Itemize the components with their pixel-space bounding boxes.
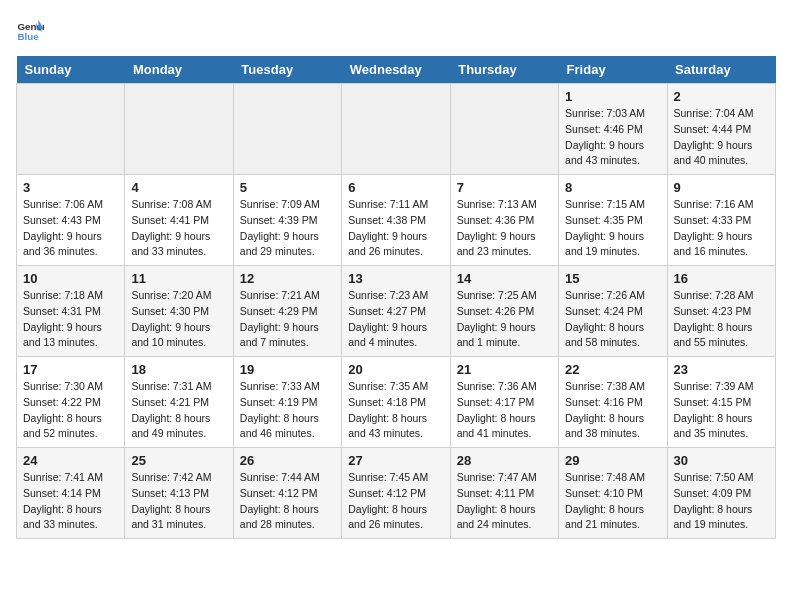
col-thursday: Thursday	[450, 56, 558, 84]
day-number: 18	[131, 362, 226, 377]
calendar-cell: 17Sunrise: 7:30 AMSunset: 4:22 PMDayligh…	[17, 357, 125, 448]
day-info: Sunrise: 7:30 AMSunset: 4:22 PMDaylight:…	[23, 379, 118, 442]
sunset-text: Sunset: 4:13 PM	[131, 486, 226, 502]
day-info: Sunrise: 7:38 AMSunset: 4:16 PMDaylight:…	[565, 379, 660, 442]
sunrise-text: Sunrise: 7:47 AM	[457, 470, 552, 486]
daylight-text: Daylight: 9 hours and 13 minutes.	[23, 320, 118, 352]
col-wednesday: Wednesday	[342, 56, 450, 84]
sunrise-text: Sunrise: 7:28 AM	[674, 288, 769, 304]
day-number: 17	[23, 362, 118, 377]
calendar-cell: 20Sunrise: 7:35 AMSunset: 4:18 PMDayligh…	[342, 357, 450, 448]
day-info: Sunrise: 7:35 AMSunset: 4:18 PMDaylight:…	[348, 379, 443, 442]
sunrise-text: Sunrise: 7:08 AM	[131, 197, 226, 213]
calendar-cell	[17, 84, 125, 175]
sunset-text: Sunset: 4:12 PM	[240, 486, 335, 502]
day-info: Sunrise: 7:04 AMSunset: 4:44 PMDaylight:…	[674, 106, 769, 169]
calendar-cell: 18Sunrise: 7:31 AMSunset: 4:21 PMDayligh…	[125, 357, 233, 448]
day-number: 2	[674, 89, 769, 104]
day-info: Sunrise: 7:03 AMSunset: 4:46 PMDaylight:…	[565, 106, 660, 169]
day-number: 13	[348, 271, 443, 286]
day-number: 5	[240, 180, 335, 195]
calendar-cell: 3Sunrise: 7:06 AMSunset: 4:43 PMDaylight…	[17, 175, 125, 266]
calendar-cell	[342, 84, 450, 175]
day-number: 14	[457, 271, 552, 286]
calendar-week-2: 3Sunrise: 7:06 AMSunset: 4:43 PMDaylight…	[17, 175, 776, 266]
calendar-cell: 10Sunrise: 7:18 AMSunset: 4:31 PMDayligh…	[17, 266, 125, 357]
sunrise-text: Sunrise: 7:33 AM	[240, 379, 335, 395]
daylight-text: Daylight: 9 hours and 33 minutes.	[131, 229, 226, 261]
calendar-cell: 16Sunrise: 7:28 AMSunset: 4:23 PMDayligh…	[667, 266, 775, 357]
day-info: Sunrise: 7:16 AMSunset: 4:33 PMDaylight:…	[674, 197, 769, 260]
calendar-cell: 9Sunrise: 7:16 AMSunset: 4:33 PMDaylight…	[667, 175, 775, 266]
sunset-text: Sunset: 4:39 PM	[240, 213, 335, 229]
daylight-text: Daylight: 9 hours and 16 minutes.	[674, 229, 769, 261]
calendar-week-3: 10Sunrise: 7:18 AMSunset: 4:31 PMDayligh…	[17, 266, 776, 357]
daylight-text: Daylight: 9 hours and 36 minutes.	[23, 229, 118, 261]
sunset-text: Sunset: 4:16 PM	[565, 395, 660, 411]
day-info: Sunrise: 7:13 AMSunset: 4:36 PMDaylight:…	[457, 197, 552, 260]
sunset-text: Sunset: 4:10 PM	[565, 486, 660, 502]
sunrise-text: Sunrise: 7:50 AM	[674, 470, 769, 486]
daylight-text: Daylight: 9 hours and 23 minutes.	[457, 229, 552, 261]
day-number: 26	[240, 453, 335, 468]
day-info: Sunrise: 7:25 AMSunset: 4:26 PMDaylight:…	[457, 288, 552, 351]
sunrise-text: Sunrise: 7:21 AM	[240, 288, 335, 304]
day-number: 8	[565, 180, 660, 195]
day-info: Sunrise: 7:48 AMSunset: 4:10 PMDaylight:…	[565, 470, 660, 533]
sunset-text: Sunset: 4:29 PM	[240, 304, 335, 320]
calendar-cell: 19Sunrise: 7:33 AMSunset: 4:19 PMDayligh…	[233, 357, 341, 448]
sunset-text: Sunset: 4:26 PM	[457, 304, 552, 320]
day-info: Sunrise: 7:39 AMSunset: 4:15 PMDaylight:…	[674, 379, 769, 442]
calendar-body: 1Sunrise: 7:03 AMSunset: 4:46 PMDaylight…	[17, 84, 776, 539]
calendar-cell: 30Sunrise: 7:50 AMSunset: 4:09 PMDayligh…	[667, 448, 775, 539]
daylight-text: Daylight: 9 hours and 7 minutes.	[240, 320, 335, 352]
logo: General Blue	[16, 16, 48, 44]
daylight-text: Daylight: 8 hours and 58 minutes.	[565, 320, 660, 352]
sunset-text: Sunset: 4:15 PM	[674, 395, 769, 411]
day-number: 6	[348, 180, 443, 195]
daylight-text: Daylight: 9 hours and 10 minutes.	[131, 320, 226, 352]
sunrise-text: Sunrise: 7:31 AM	[131, 379, 226, 395]
calendar-cell	[450, 84, 558, 175]
sunrise-text: Sunrise: 7:44 AM	[240, 470, 335, 486]
daylight-text: Daylight: 8 hours and 52 minutes.	[23, 411, 118, 443]
col-saturday: Saturday	[667, 56, 775, 84]
sunset-text: Sunset: 4:12 PM	[348, 486, 443, 502]
col-tuesday: Tuesday	[233, 56, 341, 84]
calendar-cell: 1Sunrise: 7:03 AMSunset: 4:46 PMDaylight…	[559, 84, 667, 175]
calendar-cell: 11Sunrise: 7:20 AMSunset: 4:30 PMDayligh…	[125, 266, 233, 357]
sunset-text: Sunset: 4:33 PM	[674, 213, 769, 229]
sunrise-text: Sunrise: 7:30 AM	[23, 379, 118, 395]
day-info: Sunrise: 7:28 AMSunset: 4:23 PMDaylight:…	[674, 288, 769, 351]
daylight-text: Daylight: 9 hours and 26 minutes.	[348, 229, 443, 261]
calendar-header: Sunday Monday Tuesday Wednesday Thursday…	[17, 56, 776, 84]
day-number: 7	[457, 180, 552, 195]
day-number: 1	[565, 89, 660, 104]
calendar-cell: 25Sunrise: 7:42 AMSunset: 4:13 PMDayligh…	[125, 448, 233, 539]
daylight-text: Daylight: 8 hours and 38 minutes.	[565, 411, 660, 443]
daylight-text: Daylight: 8 hours and 49 minutes.	[131, 411, 226, 443]
header-row: Sunday Monday Tuesday Wednesday Thursday…	[17, 56, 776, 84]
day-number: 16	[674, 271, 769, 286]
sunrise-text: Sunrise: 7:23 AM	[348, 288, 443, 304]
day-info: Sunrise: 7:44 AMSunset: 4:12 PMDaylight:…	[240, 470, 335, 533]
calendar-week-1: 1Sunrise: 7:03 AMSunset: 4:46 PMDaylight…	[17, 84, 776, 175]
calendar-cell: 13Sunrise: 7:23 AMSunset: 4:27 PMDayligh…	[342, 266, 450, 357]
sunrise-text: Sunrise: 7:48 AM	[565, 470, 660, 486]
sunset-text: Sunset: 4:22 PM	[23, 395, 118, 411]
sunset-text: Sunset: 4:44 PM	[674, 122, 769, 138]
calendar-cell: 12Sunrise: 7:21 AMSunset: 4:29 PMDayligh…	[233, 266, 341, 357]
logo-icon: General Blue	[16, 16, 44, 44]
sunset-text: Sunset: 4:36 PM	[457, 213, 552, 229]
calendar-cell: 7Sunrise: 7:13 AMSunset: 4:36 PMDaylight…	[450, 175, 558, 266]
sunset-text: Sunset: 4:30 PM	[131, 304, 226, 320]
day-number: 24	[23, 453, 118, 468]
calendar-cell	[125, 84, 233, 175]
daylight-text: Daylight: 9 hours and 43 minutes.	[565, 138, 660, 170]
sunset-text: Sunset: 4:23 PM	[674, 304, 769, 320]
day-info: Sunrise: 7:06 AMSunset: 4:43 PMDaylight:…	[23, 197, 118, 260]
day-number: 25	[131, 453, 226, 468]
calendar-cell: 8Sunrise: 7:15 AMSunset: 4:35 PMDaylight…	[559, 175, 667, 266]
day-number: 28	[457, 453, 552, 468]
sunset-text: Sunset: 4:14 PM	[23, 486, 118, 502]
